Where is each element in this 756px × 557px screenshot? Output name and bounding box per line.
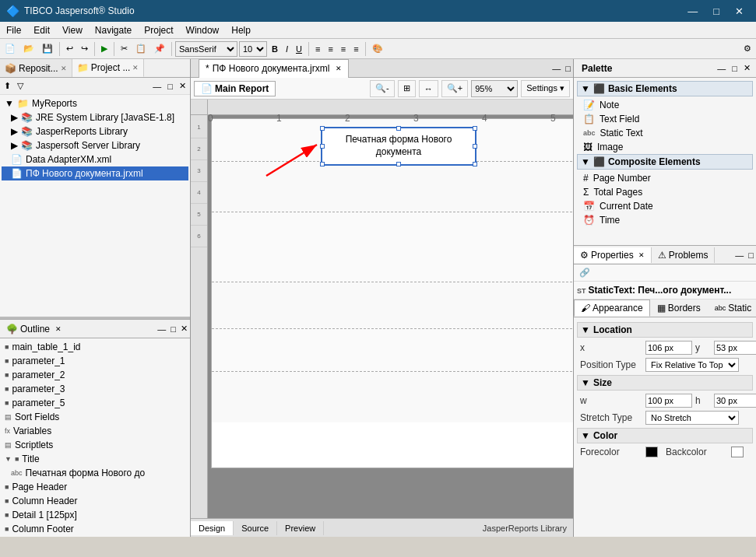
- editor-tab-close[interactable]: ✕: [336, 65, 342, 72]
- ol-item-page-header[interactable]: ■ Page Header: [2, 480, 188, 494]
- run-button[interactable]: ▶: [98, 40, 111, 58]
- font-size-select[interactable]: 10: [239, 41, 267, 57]
- tree-maximize-button[interactable]: □: [165, 81, 175, 92]
- settings-button[interactable]: Settings ▾: [521, 80, 570, 97]
- minimize-button[interactable]: —: [681, 4, 704, 19]
- palette-item-image[interactable]: 🖼 Image: [577, 140, 753, 154]
- font-family-select[interactable]: SansSerif: [175, 41, 237, 57]
- prop-select-stretch[interactable]: No Stretch Relative To Tallest: [645, 411, 739, 425]
- settings-icon-button[interactable]: ⚙: [740, 40, 754, 58]
- prop-section-location[interactable]: ▼ Location: [577, 322, 753, 338]
- project-tab[interactable]: 📁 Project ... ✕: [72, 59, 145, 77]
- palette-maximize-button[interactable]: □: [730, 62, 740, 74]
- align-justify-button[interactable]: ≡: [350, 40, 361, 58]
- repository-tab[interactable]: 📦 Reposit... ✕: [0, 59, 72, 77]
- tree-collapse-button[interactable]: ⬆: [2, 80, 13, 92]
- outline-tab[interactable]: 🌳 Outline ✕: [0, 321, 68, 337]
- ol-item-col-footer[interactable]: ■ Column Footer: [2, 522, 188, 536]
- tree-root[interactable]: ▼ 📁 MyReports: [2, 96, 188, 110]
- tree-filter-button[interactable]: ▽: [15, 80, 26, 92]
- outline-maximize-button[interactable]: □: [168, 324, 178, 335]
- palette-item-pagenumber[interactable]: # Page Number: [577, 171, 753, 185]
- paste-button[interactable]: 📌: [151, 40, 168, 58]
- canvas-scroll-area[interactable]: 0 1 2 3 4 5 6 Title: [208, 100, 573, 518]
- palette-item-time[interactable]: ⏰ Time: [577, 213, 753, 227]
- outline-tree[interactable]: ■ main_table_1_id ■ parameter_1 ■ parame…: [0, 338, 190, 537]
- align-left-button[interactable]: ≡: [312, 40, 323, 58]
- tab-design[interactable]: Design: [191, 521, 234, 535]
- editor-maximize-button[interactable]: □: [563, 63, 573, 74]
- handle-tc[interactable]: [396, 126, 401, 131]
- tree-close-button[interactable]: ✕: [177, 80, 188, 92]
- underline-button[interactable]: U: [293, 40, 305, 58]
- editor-minimize-button[interactable]: —: [550, 63, 563, 74]
- bold-button[interactable]: B: [269, 40, 281, 58]
- palette-item-note[interactable]: 📝 Note: [577, 98, 753, 112]
- tree-minimize-button[interactable]: —: [150, 81, 164, 92]
- ol-item-col-header[interactable]: ■ Column Header: [2, 494, 188, 508]
- maximize-button[interactable]: □: [707, 4, 726, 19]
- tab-preview[interactable]: Preview: [277, 521, 324, 535]
- static-text-element[interactable]: Печатная форма Нового документа: [321, 127, 476, 166]
- fit-width-button[interactable]: ↔: [419, 80, 438, 97]
- palette-section-composite[interactable]: ▼ ⬛ Composite Elements: [577, 154, 753, 170]
- italic-button[interactable]: I: [283, 40, 291, 58]
- ol-item-detail1[interactable]: ■ Detail 1 [125px]: [2, 508, 188, 522]
- menu-navigate[interactable]: Navigate: [89, 23, 138, 37]
- zoom-out-button[interactable]: 🔍-: [370, 80, 395, 97]
- outline-minimize-button[interactable]: —: [155, 324, 168, 335]
- undo-button[interactable]: ↩: [63, 40, 76, 58]
- tree-item-report[interactable]: 📄 ПФ Нового документа.jrxml: [2, 166, 188, 180]
- palette-button[interactable]: 🎨: [369, 40, 386, 58]
- outline-view-button[interactable]: ✕: [178, 323, 190, 335]
- menu-project[interactable]: Project: [138, 23, 179, 37]
- save-button[interactable]: 💾: [39, 40, 56, 58]
- palette-item-totalpages[interactable]: Σ Total Pages: [577, 185, 753, 199]
- prop-forecolor-swatch[interactable]: [645, 447, 658, 457]
- new-button[interactable]: 📄: [2, 40, 19, 58]
- props-sub-tab-static[interactable]: abc Static: [708, 300, 756, 317]
- tab-source[interactable]: Source: [234, 521, 277, 535]
- ol-item-param2[interactable]: ■ parameter_2: [2, 368, 188, 382]
- props-sub-tab-appearance[interactable]: 🖌 Appearance: [574, 300, 650, 317]
- align-center-button[interactable]: ≡: [325, 40, 336, 58]
- open-button[interactable]: 📂: [20, 40, 37, 58]
- outline-close[interactable]: ✕: [55, 325, 62, 333]
- props-tab-properties[interactable]: ⚙ Properties ✕: [574, 247, 652, 263]
- props-minimize-button[interactable]: —: [733, 250, 746, 261]
- palette-item-statictext[interactable]: abc Static Text: [577, 126, 753, 140]
- props-tab-close[interactable]: ✕: [638, 251, 645, 259]
- ol-item-param1[interactable]: ■ parameter_1: [2, 354, 188, 368]
- close-button[interactable]: ✕: [729, 4, 750, 19]
- file-tree[interactable]: ▼ 📁 MyReports ▶ 📚 JRE System Library [Ja…: [0, 95, 190, 317]
- palette-item-textfield[interactable]: 📋 Text Field: [577, 112, 753, 126]
- align-right-button[interactable]: ≡: [338, 40, 349, 58]
- repository-tab-close[interactable]: ✕: [61, 65, 67, 72]
- ol-item-param3[interactable]: ■ parameter_3: [2, 382, 188, 396]
- ol-item-page-footer[interactable]: ■ Page Footer: [2, 536, 188, 537]
- tree-item-jasper-lib[interactable]: ▶ 📚 JasperReports Library: [2, 124, 188, 138]
- prop-input-x[interactable]: [645, 341, 692, 355]
- ol-item-table-id[interactable]: ■ main_table_1_id: [2, 340, 188, 354]
- handle-tl[interactable]: [320, 126, 325, 131]
- props-sub-tab-borders[interactable]: ▦ Borders: [650, 300, 708, 317]
- cut-button[interactable]: ✂: [118, 40, 131, 58]
- ol-item-static-text[interactable]: abc Печатная форма Нового до: [2, 466, 188, 480]
- palette-item-currentdate[interactable]: 📅 Current Date: [577, 199, 753, 213]
- menu-edit[interactable]: Edit: [27, 23, 56, 37]
- zoom-select[interactable]: 95% 100% 75% 50%: [471, 80, 518, 97]
- prop-backcolor-swatch[interactable]: [731, 447, 744, 457]
- menu-file[interactable]: File: [0, 23, 27, 37]
- tree-item-jre[interactable]: ▶ 📚 JRE System Library [JavaSE-1.8]: [2, 110, 188, 124]
- prop-input-w[interactable]: [645, 394, 692, 408]
- project-tab-close[interactable]: ✕: [132, 64, 139, 72]
- ol-item-scriptlets[interactable]: ▤ Scriptlets: [2, 438, 188, 452]
- copy-button[interactable]: 📋: [132, 40, 149, 58]
- props-expand-button[interactable]: □: [746, 250, 756, 261]
- palette-section-basic[interactable]: ▼ ⬛ Basic Elements: [577, 81, 753, 96]
- canvas-area[interactable]: 1 2 3 4 5 6 0 1 2: [191, 100, 573, 537]
- ol-item-sort[interactable]: ▤ Sort Fields: [2, 410, 188, 424]
- props-link-button[interactable]: 🔗: [577, 267, 592, 278]
- tree-item-data-adapter[interactable]: 📄 Data AdapterXM.xml: [2, 152, 188, 166]
- editor-tab-report[interactable]: * ПФ Нового документа.jrxml ✕: [199, 59, 349, 78]
